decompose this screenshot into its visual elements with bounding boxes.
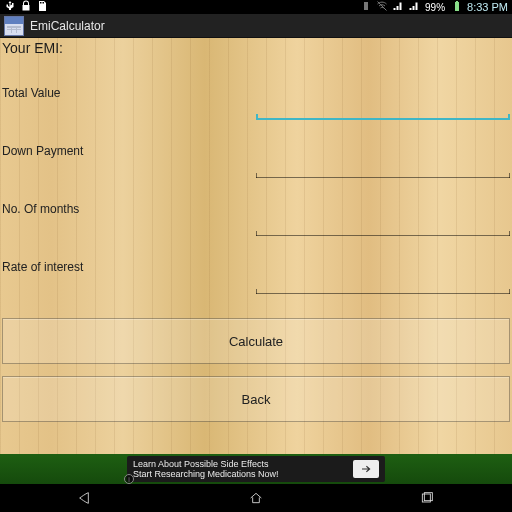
action-bar: EmiCalculator <box>0 14 512 38</box>
ad-band: i Learn About Possible Side Effects Star… <box>0 454 512 484</box>
input-wrap-down-payment <box>256 158 510 178</box>
ad-text: Learn About Possible Side Effects Start … <box>133 459 279 479</box>
signal-icon-2 <box>408 0 420 14</box>
battery-percent: 99% <box>425 2 445 13</box>
field-row-months: No. Of months <box>0 182 512 240</box>
ad-line1: Learn About Possible Side Effects <box>133 459 279 469</box>
nav-home-icon <box>246 490 266 506</box>
app-title: EmiCalculator <box>30 19 105 33</box>
nav-recent-icon <box>417 490 437 506</box>
input-wrap-rate <box>256 274 510 294</box>
button-area: Calculate Back <box>0 298 512 434</box>
input-rate[interactable] <box>256 274 510 294</box>
status-bar: 99% 8:33 PM <box>0 0 512 14</box>
calculate-button[interactable]: Calculate <box>2 318 510 364</box>
label-down-payment: Down Payment <box>2 144 256 158</box>
nav-home-button[interactable] <box>172 490 341 506</box>
nav-back-button[interactable] <box>1 490 170 506</box>
nav-bar <box>0 484 512 512</box>
vibrate-icon <box>360 0 372 14</box>
label-total-value: Total Value <box>2 86 256 100</box>
clock: 8:33 PM <box>467 1 508 13</box>
label-months: No. Of months <box>2 202 256 216</box>
label-rate: Rate of interest <box>2 260 256 274</box>
ad-banner[interactable]: Learn About Possible Side Effects Start … <box>127 456 385 482</box>
arrow-right-icon <box>360 463 372 475</box>
input-wrap-months <box>256 216 510 236</box>
signal-icon <box>392 0 404 14</box>
input-months[interactable] <box>256 216 510 236</box>
back-button[interactable]: Back <box>2 376 510 422</box>
nav-recent-button[interactable] <box>342 490 511 506</box>
sd-icon <box>36 0 48 14</box>
input-wrap-total-value <box>256 100 510 121</box>
lock-icon <box>20 0 32 14</box>
status-left <box>4 0 48 14</box>
field-row-down-payment: Down Payment <box>0 124 512 182</box>
field-row-total-value: Total Value <box>0 66 512 124</box>
ad-info-icon[interactable]: i <box>124 474 134 484</box>
ad-cta-button[interactable] <box>353 460 379 478</box>
status-right: 99% 8:33 PM <box>360 0 508 14</box>
battery-icon <box>451 0 463 14</box>
field-row-rate: Rate of interest <box>0 240 512 298</box>
input-down-payment[interactable] <box>256 158 510 178</box>
usb-icon <box>4 0 16 14</box>
nav-back-icon <box>75 490 95 506</box>
app-icon <box>4 16 24 36</box>
emi-heading: Your EMI: <box>0 38 512 66</box>
wifi-off-icon <box>376 0 388 14</box>
content: Your EMI: Total Value Down Payment No. O… <box>0 38 512 484</box>
ad-line2: Start Researching Medications Now! <box>133 469 279 479</box>
screen: 99% 8:33 PM EmiCalculator Your EMI: Tota… <box>0 0 512 512</box>
input-total-value[interactable] <box>256 100 510 120</box>
